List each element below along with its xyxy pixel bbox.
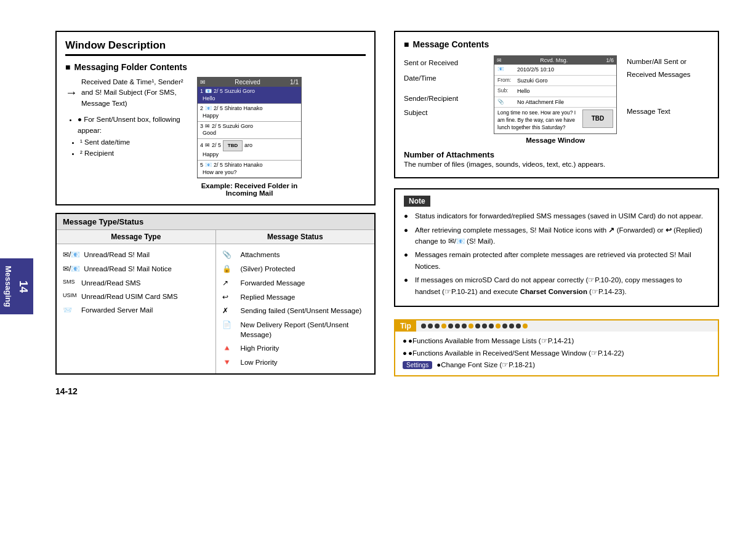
bullet-2: ¹ Sent date/time xyxy=(80,137,188,148)
recv-row-3: 3✉2/ 5 Suzuki Goro Good xyxy=(198,122,301,139)
msg-preview-area: Sent or Received Date/Time Sender/Recipi… xyxy=(404,55,709,144)
tip-dot-14 xyxy=(509,324,514,328)
tip-dot-5 xyxy=(448,324,453,328)
tip-dot-10 xyxy=(482,324,487,328)
msg-mock-from-row: From: Suzuki Goro xyxy=(494,76,616,87)
date-icon: 📧 xyxy=(497,66,515,74)
folder-label-text: Received Date & Time¹, Sender² and S! Ma… xyxy=(81,77,188,109)
msg-type-col: Message Type ✉/📧 Unread/Read S! Mail ✉/📧… xyxy=(57,230,216,373)
attachments-desc: The number of files (images, sounds, vid… xyxy=(404,159,709,170)
msg-type-row-1: ✉/📧 Unread/Read S! Mail xyxy=(63,248,209,262)
msg-status-label-3: Forwarded Message xyxy=(241,278,305,288)
message-contents-box: Message Contents Sent or Received Date/T… xyxy=(394,31,719,178)
example-caption: Example: Received Folder in Incoming Mai… xyxy=(197,182,302,197)
tip-item-1: ●●Functions Available from Message Lists… xyxy=(403,335,710,348)
attachments-title: Number of Attachments xyxy=(404,150,709,159)
low-priority-icon: 🔻 xyxy=(222,357,237,368)
folder-content-area: → Received Date & Time¹, Sender² and S! … xyxy=(65,77,366,197)
recv-row-1: 1📧2/ 5 Suzuki Goro Hello xyxy=(198,87,301,104)
mail-unread-icon: ✉/📧 xyxy=(63,250,80,260)
tip-box: Tip xyxy=(394,319,719,376)
tip-dot-9 xyxy=(475,324,480,328)
msg-mock-header-label: Rcvd. Msg. xyxy=(540,57,568,63)
msg-status-row-8: 🔻 Low Priority xyxy=(222,356,369,370)
note-item-3: Messages remain protected after complete… xyxy=(404,249,709,272)
msg-type-title: Message Type/Status xyxy=(57,214,374,230)
tip-dot-15 xyxy=(516,324,521,328)
tip-dots xyxy=(416,324,718,328)
sms-icon: SMS xyxy=(63,278,78,286)
bullet-3: ² Recipient xyxy=(80,148,188,159)
received-folder-mock: ✉ Received 1/1 1📧2/ 5 Suzuki Goro Hello … xyxy=(197,77,302,178)
msg-status-col: Message Status 📎 Attachments 🔒 (Silver) … xyxy=(216,230,375,373)
note-box: Note Status indicators for forwarded/rep… xyxy=(394,188,719,307)
msg-status-row-6: 📄 New Delivery Report (Sent/Unsent Messa… xyxy=(222,318,369,341)
msg-status-row-5: ✗ Sending failed (Sent/Unsent Message) xyxy=(222,304,369,318)
msg-type-row-4: USIM Unread/Read USIM Card SMS xyxy=(63,290,209,303)
message-type-status-box: Message Type/Status Message Type ✉/📧 Unr… xyxy=(55,213,376,375)
message-mock: ✉ Rcvd. Msg. 1/6 📧 2010/2/5 10:10 From: … xyxy=(494,55,617,134)
msg-type-table: Message Type ✉/📧 Unread/Read S! Mail ✉/📧… xyxy=(57,230,374,373)
msg-mock-sub-row: Sub: Hello xyxy=(494,86,616,97)
msg-type-label-5: Forwarded Server Mail xyxy=(81,305,153,315)
sub-label: Sub: xyxy=(497,87,515,95)
msg-mock-date-row: 📧 2010/2/5 10:10 xyxy=(494,65,616,76)
window-desc-title: Window Description xyxy=(65,39,366,56)
msg-status-label-8: Low Priority xyxy=(241,357,278,367)
usim-icon: USIM xyxy=(63,292,78,300)
window-description-box: Window Description Messaging Folder Cont… xyxy=(55,31,376,205)
received-header: ✉ Received 1/1 xyxy=(198,78,301,87)
message-text-label: Message Text xyxy=(627,105,709,118)
settings-badge: Settings xyxy=(403,361,432,369)
note-list: Status indicators for forwarded/replied … xyxy=(404,210,709,297)
msg-type-row-5: 📨 Forwarded Server Mail xyxy=(63,303,209,317)
note-item-2: After retrieving complete messages, S! M… xyxy=(404,225,709,247)
msg-type-row-2: ✉/📧 Unread/Read S! Mail Notice xyxy=(63,262,209,276)
tip-dot-6 xyxy=(455,324,460,328)
msg-type-row-3: SMS Unread/Read SMS xyxy=(63,276,209,290)
sidebar-number: 14 xyxy=(17,280,30,293)
protected-icon: 🔒 xyxy=(222,264,237,274)
recv-row-4: 4✉2/ 5 TBDaro Happy xyxy=(198,139,301,161)
note-title: Note xyxy=(404,196,430,207)
sending-failed-icon: ✗ xyxy=(222,306,237,316)
bullet-notes: ● For Sent/Unsent box, following appear:… xyxy=(65,114,188,159)
note-item-4: If messages on microSD Card do not appea… xyxy=(404,274,709,297)
delivery-report-icon: 📄 xyxy=(222,320,237,330)
sidebar-label: Messaging xyxy=(4,266,13,307)
forwarded-server-icon: 📨 xyxy=(63,305,78,316)
msg-mock-header-count: 1/6 xyxy=(606,57,614,63)
attachments-section: Number of Attachments The number of file… xyxy=(404,150,709,170)
msg-left-labels: Sent or Received Date/Time Sender/Recipi… xyxy=(404,55,484,120)
msg-status-label-6: New Delivery Report (Sent/Unsent Message… xyxy=(241,320,369,340)
tbd-placeholder: TBD xyxy=(582,109,613,128)
high-priority-icon: 🔺 xyxy=(222,343,237,354)
number-all-label: Number/All Sent or Received Messages xyxy=(627,55,709,81)
bullet-1: ● For Sent/Unsent box, following appear: xyxy=(78,114,188,137)
tip-content: ●●Functions Available from Message Lists… xyxy=(395,332,718,375)
msg-right-labels: Number/All Sent or Received Messages Mes… xyxy=(627,55,709,118)
from-label: From: xyxy=(497,77,515,85)
msg-status-row-2: 🔒 (Silver) Protected xyxy=(222,262,369,276)
attachments-icon: 📎 xyxy=(222,250,237,260)
msg-type-label-1: Unread/Read S! Mail xyxy=(84,250,150,260)
tip-dot-2 xyxy=(428,324,433,328)
tip-header: Tip xyxy=(395,320,718,332)
tip-dot-7 xyxy=(462,324,467,328)
msg-status-label-5: Sending failed (Sent/Unsent Message) xyxy=(241,306,362,316)
replied-msg-icon: ↩ xyxy=(222,292,237,303)
message-mock-container: ✉ Rcvd. Msg. 1/6 📧 2010/2/5 10:10 From: … xyxy=(494,55,617,144)
subject-label: Subject xyxy=(404,106,484,120)
msg-contents-heading: Message Contents xyxy=(404,39,709,49)
msg-status-label-4: Replied Message xyxy=(241,292,296,302)
tip-item-3: Settings ●Change Font Size (☞P.18-21) xyxy=(403,359,710,372)
msg-status-label-1: Attachments xyxy=(241,250,280,260)
msg-status-row-1: 📎 Attachments xyxy=(222,248,369,262)
msg-mock-header: ✉ Rcvd. Msg. 1/6 xyxy=(494,56,616,65)
tip-dot-11 xyxy=(489,324,494,328)
tip-dot-8 xyxy=(468,324,473,328)
forwarded-msg-icon: ↗ xyxy=(222,278,237,288)
sent-received-label: Sent or Received Date/Time xyxy=(404,55,484,87)
msg-type-col-header: Message Type xyxy=(57,230,215,244)
msg-mock-attach-row: 📎 No Attachment File xyxy=(494,97,616,108)
